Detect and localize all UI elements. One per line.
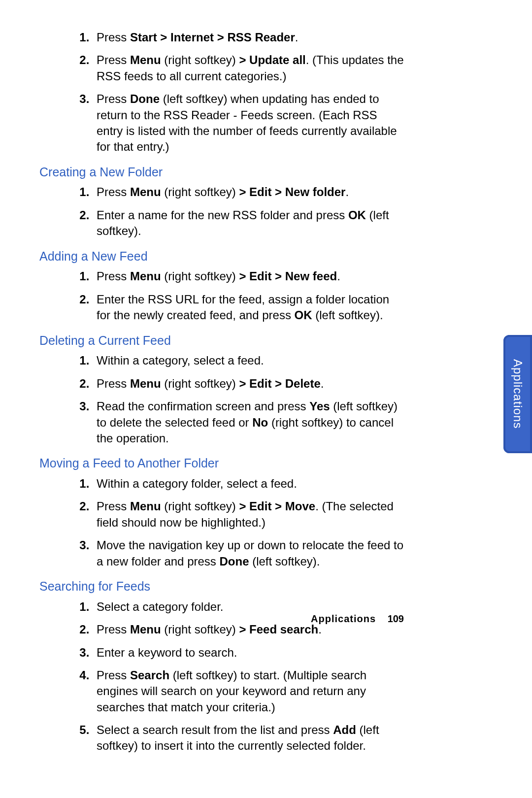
section-heading: Adding a New Feed: [39, 248, 404, 265]
step-item: Read the confirmation screen and press Y…: [93, 399, 404, 446]
page-footer: Applications 109: [311, 612, 404, 626]
step-item: Press Menu (right softkey) > Update all.…: [93, 52, 404, 84]
step-item: Press Menu (right softkey) > Edit > Move…: [93, 499, 404, 531]
step-list: Press Menu (right softkey) > Edit > New …: [39, 268, 404, 323]
step-item: Within a category folder, select a feed.: [93, 476, 404, 492]
section-tab-label: Applications: [510, 359, 526, 429]
step-item: Press Menu (right softkey) > Edit > Dele…: [93, 376, 404, 392]
step-item: Enter a keyword to search.: [93, 645, 404, 661]
section-heading: Moving a Feed to Another Folder: [39, 455, 404, 472]
section-tab: Applications: [503, 335, 532, 453]
step-item: Press Done (left softkey) when updating …: [93, 91, 404, 155]
step-item: Select a search result from the list and…: [93, 722, 404, 754]
step-list: Press Start > Internet > RSS Reader.Pres…: [39, 30, 404, 155]
step-item: Move the navigation key up or down to re…: [93, 537, 404, 569]
step-item: Enter a name for the new RSS folder and …: [93, 207, 404, 239]
page-content: Press Start > Internet > RSS Reader.Pres…: [39, 30, 404, 754]
step-item: Press Menu (right softkey) > Edit > New …: [93, 184, 404, 200]
section-heading: Deleting a Current Feed: [39, 332, 404, 349]
step-item: Enter the RSS URL for the feed, assign a…: [93, 292, 404, 324]
section-heading: Creating a New Folder: [39, 164, 404, 181]
footer-page-number: 109: [388, 613, 404, 624]
step-item: Press Start > Internet > RSS Reader.: [93, 30, 404, 45]
step-item: Press Search (left softkey) to start. (M…: [93, 667, 404, 715]
step-item: Press Menu (right softkey) > Edit > New …: [93, 268, 404, 284]
manual-page: Press Start > Internet > RSS Reader.Pres…: [0, 0, 532, 798]
step-item: Within a category, select a feed.: [93, 353, 404, 368]
step-list: Within a category folder, select a feed.…: [39, 476, 404, 569]
footer-section: Applications: [311, 613, 376, 624]
step-list: Within a category, select a feed.Press M…: [39, 353, 404, 446]
section-heading: Searching for Feeds: [39, 578, 404, 595]
step-list: Press Menu (right softkey) > Edit > New …: [39, 184, 404, 239]
